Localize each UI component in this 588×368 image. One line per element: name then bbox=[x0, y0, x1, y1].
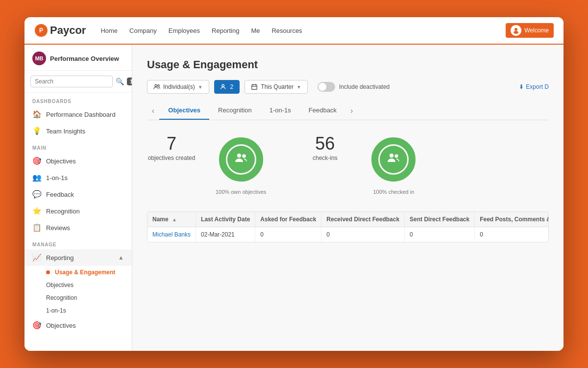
tab-bar: ‹ Objectives Recognition 1-on-1s Feedbac… bbox=[147, 102, 549, 120]
date-range-label: This Quarter bbox=[261, 83, 294, 90]
sidebar-search-bar: 🔍 1 bbox=[24, 71, 132, 93]
svg-point-4 bbox=[155, 84, 157, 86]
sort-icon-name[interactable]: ▲ bbox=[172, 217, 177, 222]
sidebar-label-recognition: Recognition bbox=[46, 208, 80, 215]
tab-feedback[interactable]: Feedback bbox=[300, 102, 345, 120]
count-badge-btn[interactable]: 2 bbox=[214, 80, 240, 94]
checkins-number: 56 bbox=[315, 135, 335, 153]
svg-point-6 bbox=[222, 84, 224, 86]
sidebar-subitem-1on1s[interactable]: 1-on-1s bbox=[24, 304, 132, 317]
top-nav: P Paycor Home Company Employees Reportin… bbox=[24, 17, 564, 45]
paycor-logo-icon: P bbox=[34, 24, 48, 37]
sidebar-item-1on1s[interactable]: 👥 1-on-1s bbox=[24, 169, 132, 186]
manage-section-label: MANAGE bbox=[24, 236, 132, 249]
data-table-container: Name ▲ Last Activity Date Asked for Feed… bbox=[147, 211, 549, 242]
nav-resources[interactable]: Resources bbox=[271, 25, 302, 36]
sidebar-subitem-objectives[interactable]: Objectives bbox=[24, 279, 132, 291]
dashboards-section-label: DASHBOARDS bbox=[24, 93, 132, 106]
tab-objectives[interactable]: Objectives bbox=[159, 102, 209, 120]
main-layout: MB Performance Overview 🔍 1 DASHBOARDS 🏠… bbox=[24, 45, 564, 351]
sidebar-label-reporting: Reporting bbox=[46, 254, 74, 262]
nav-company[interactable]: Company bbox=[129, 25, 157, 36]
col-name[interactable]: Name ▲ bbox=[147, 212, 196, 227]
sidebar-label-objectives: Objectives bbox=[46, 158, 76, 165]
sidebar-subitem-usage-engagement[interactable]: Usage & Engagement bbox=[24, 266, 132, 279]
notification-badge[interactable]: 1 bbox=[127, 78, 132, 85]
col-feed-posts[interactable]: Feed Posts, Comments & Likes bbox=[475, 212, 549, 227]
svg-rect-7 bbox=[252, 85, 257, 90]
table-row: Michael Banks 02-Mar-2021 0 0 0 0 2 7 3 … bbox=[147, 227, 549, 242]
download-icon: ⬇ bbox=[519, 83, 524, 90]
col-last-activity[interactable]: Last Activity Date bbox=[196, 212, 255, 227]
sidebar-item-recognition[interactable]: ⭐ Recognition bbox=[24, 203, 132, 219]
include-deactivated-label: Include deactivated bbox=[339, 83, 390, 90]
users-icon bbox=[220, 83, 227, 90]
export-label: Export D bbox=[526, 83, 549, 90]
nav-me[interactable]: Me bbox=[251, 25, 260, 36]
tab-1on1s[interactable]: 1-on-1s bbox=[261, 102, 300, 120]
checked-in-pct: 100% checked in bbox=[373, 189, 414, 195]
col-asked-feedback[interactable]: Asked for Feedback bbox=[255, 212, 321, 227]
row-name-link[interactable]: Michael Banks bbox=[152, 231, 191, 238]
user-avatar-small bbox=[511, 25, 521, 36]
sidebar-item-objectives-manage[interactable]: 🎯 Objectives bbox=[24, 317, 132, 334]
sidebar-item-performance-dashboard[interactable]: 🏠 Performance Dashboard bbox=[24, 106, 132, 123]
individuals-label: Individual(s) bbox=[163, 83, 195, 90]
export-link[interactable]: ⬇ Export D bbox=[519, 83, 549, 90]
sidebar-header: MB Performance Overview bbox=[24, 45, 132, 71]
feedback-icon: 💬 bbox=[32, 190, 41, 199]
include-deactivated-toggle[interactable]: Include deactivated bbox=[318, 82, 390, 92]
objectives-manage-icon: 🎯 bbox=[32, 321, 41, 330]
sidebar-item-team-insights[interactable]: 💡 Team Insights bbox=[24, 123, 132, 139]
individuals-icon bbox=[153, 83, 160, 90]
welcome-text: Welcome bbox=[524, 27, 549, 34]
donut-icon-1 bbox=[234, 151, 248, 168]
sidebar-label-objectives-manage: Objectives bbox=[46, 322, 76, 329]
row-received-feedback: 0 bbox=[321, 227, 405, 242]
search-icon[interactable]: 🔍 bbox=[116, 78, 124, 85]
col-sent-feedback[interactable]: Sent Direct Feedback bbox=[405, 212, 475, 227]
col-received-feedback[interactable]: Received Direct Feedback bbox=[321, 212, 405, 227]
sidebar-subitem-recognition[interactable]: Recognition bbox=[24, 291, 132, 304]
sidebar-label-feedback: Feedback bbox=[46, 191, 74, 198]
home-icon: 🏠 bbox=[32, 110, 41, 119]
sidebar-label-1on1s: 1-on-1s bbox=[46, 174, 68, 182]
main-nav: Home Company Employees Reporting Me Reso… bbox=[100, 25, 506, 36]
nav-employees[interactable]: Employees bbox=[169, 25, 200, 36]
sidebar-item-objectives[interactable]: 🎯 Objectives bbox=[24, 153, 132, 169]
donut-chart-checked-in bbox=[369, 135, 418, 184]
tab-next-btn[interactable]: › bbox=[345, 104, 358, 118]
donut-icon-2 bbox=[387, 151, 400, 168]
toggle-switch[interactable] bbox=[318, 82, 335, 92]
svg-point-5 bbox=[158, 85, 160, 87]
active-dot bbox=[46, 270, 50, 274]
count-badge: 2 bbox=[230, 83, 234, 90]
individuals-filter-btn[interactable]: Individual(s) ▼ bbox=[147, 80, 209, 94]
sidebar-item-reporting[interactable]: 📈 Reporting ▲ bbox=[24, 249, 132, 266]
stat-objectives-created: 7 objectives created bbox=[147, 135, 196, 161]
calendar-icon bbox=[251, 83, 258, 90]
objectives-created-number: 7 bbox=[167, 135, 176, 153]
nav-reporting[interactable]: Reporting bbox=[212, 25, 239, 36]
stats-row: 7 objectives created bbox=[147, 130, 549, 200]
sidebar-label-1on1s-sub: 1-on-1s bbox=[46, 307, 66, 314]
nav-home[interactable]: Home bbox=[100, 25, 118, 36]
stat-checkins: 56 check-ins bbox=[300, 135, 349, 161]
tab-prev-btn[interactable]: ‹ bbox=[147, 104, 159, 118]
date-range-btn[interactable]: This Quarter ▼ bbox=[245, 80, 308, 94]
svg-point-3 bbox=[514, 31, 518, 34]
sidebar-item-feedback[interactable]: 💬 Feedback bbox=[24, 186, 132, 203]
objectives-icon: 🎯 bbox=[32, 157, 41, 165]
sidebar-label-recognition-sub: Recognition bbox=[46, 294, 77, 301]
sidebar-item-reviews[interactable]: 📋 Reviews bbox=[24, 219, 132, 236]
reporting-icon: 📈 bbox=[32, 253, 41, 262]
recognition-icon: ⭐ bbox=[32, 207, 41, 215]
tab-recognition[interactable]: Recognition bbox=[209, 102, 261, 120]
svg-point-17 bbox=[390, 154, 393, 158]
row-feed-posts: 0 bbox=[475, 227, 549, 242]
sidebar: MB Performance Overview 🔍 1 DASHBOARDS 🏠… bbox=[24, 45, 132, 351]
sidebar-section-title: Performance Overview bbox=[50, 55, 119, 62]
sidebar-label-usage-engagement: Usage & Engagement bbox=[55, 269, 115, 276]
search-input[interactable] bbox=[30, 76, 113, 87]
page-title: Usage & Engagement bbox=[147, 58, 549, 71]
